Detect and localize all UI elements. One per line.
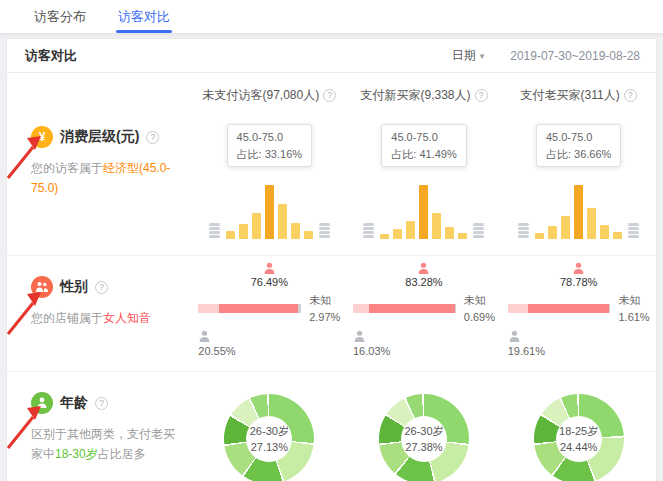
help-icon[interactable]: ? [95,397,108,410]
help-icon[interactable]: ? [475,89,488,102]
coin-stack-icon [319,223,330,239]
male-icon [198,330,211,343]
tooltip-range: 45.0-75.0 [237,129,302,146]
age-chart-new-buyers: 26-30岁 27.38% [347,372,502,481]
visitor-analytics-screen: 访客分布 访客对比 访客对比 日期▾ 2019-07-30~2019-08-28… [0,0,663,481]
tooltip-range: 45.0-75.0 [391,129,456,146]
date-range-value[interactable]: 2019-07-30~2019-08-28 [510,49,640,63]
person-icon [31,392,53,414]
consumption-bar-chart[interactable] [535,183,622,239]
tab-visitor-distribution[interactable]: 访客分布 [18,0,102,33]
tooltip-share: 占比: 33.16% [237,146,302,163]
section-age: 年龄 ? 区别于其他两类，支付老买家中18-30岁占比居多 26-30岁 27.… [7,372,656,481]
female-icon [417,262,430,275]
unknown-label: 未知 [464,292,495,309]
coin-stack-icon [518,223,529,239]
gender-title: 性别 [60,278,88,296]
consumption-title: 消费层级(元) [60,128,139,146]
chevron-down-icon: ▾ [480,51,485,61]
female-icon [263,262,276,275]
unknown-label: 未知 [618,292,649,309]
unknown-label: 未知 [309,292,340,309]
coin-stack-icon [628,223,639,239]
coin-stack-icon [209,223,220,239]
age-highlight: 18-30岁 [55,447,98,461]
bar-tooltip: 45.0-75.0 占比: 41.49% [381,124,466,167]
age-row-label: 年龄 ? 区别于其他两类，支付老买家中18-30岁占比居多 [7,372,192,481]
female-percent: 76.49% [251,276,288,288]
column-header-new-buyers: 支付新买家(9,338人)? [347,81,502,104]
consumption-chart-returning-buyers: 45.0-75.0 占比: 36.66% [501,106,656,239]
top-tab-bar: 访客分布 访客对比 [0,0,663,34]
female-percent: 78.78% [560,276,597,288]
female-icon [572,262,585,275]
column-header-row: 未支付访客(97,080人)? 支付新买家(9,338人)? 支付老买家(311… [7,73,656,106]
gender-highlight: 女人知音 [103,311,151,325]
help-icon[interactable]: ? [95,281,108,294]
female-percent: 83.28% [405,276,442,288]
unknown-percent: 1.61% [618,309,649,326]
age-chart-unpaid: 26-30岁 27.13% [192,372,347,481]
section-gender: 性别 ? 您的店铺属于女人知音 76.49% 未知2.97% [7,256,656,372]
help-icon[interactable]: ? [624,89,637,102]
date-controls: 日期▾ 2019-07-30~2019-08-28 [452,47,640,64]
consumption-row-label: ¥ 消费层级(元) ? 您的访客属于经济型(45.0-75.0) [7,106,192,239]
tab-visitor-comparison[interactable]: 访客对比 [102,0,186,33]
male-percent: 19.61% [508,345,545,357]
donut-hole [556,416,602,462]
gender-description: 您的店铺属于女人知音 [31,308,181,328]
section-consumption-level: ¥ 消费层级(元) ? 您的访客属于经济型(45.0-75.0) 45.0-75… [7,106,656,256]
bar-tooltip: 45.0-75.0 占比: 36.66% [536,124,621,167]
gender-stacked-bar[interactable] [508,304,611,313]
help-icon[interactable]: ? [146,131,159,144]
bar-tooltip: 45.0-75.0 占比: 33.16% [227,124,312,167]
help-icon[interactable]: ? [323,89,336,102]
coin-stack-icon [363,223,374,239]
age-title: 年龄 [60,394,88,412]
people-icon [31,276,53,298]
date-filter-dropdown[interactable]: 日期▾ [452,47,485,64]
donut-hole [401,416,447,462]
column-header-returning-buyers: 支付老买家(311人)? [501,81,656,104]
yen-icon: ¥ [31,126,53,148]
page-title: 访客对比 [25,47,77,65]
age-description: 区别于其他两类，支付老买家中18-30岁占比居多 [31,424,181,465]
coin-stack-icon [473,223,484,239]
consumption-bar-chart[interactable] [226,183,313,239]
male-icon [508,330,521,343]
gender-row-label: 性别 ? 您的店铺属于女人知音 [7,256,192,357]
consumption-chart-new-buyers: 45.0-75.0 占比: 41.49% [347,106,502,239]
consumption-chart-unpaid: 45.0-75.0 占比: 33.16% [192,106,347,239]
tooltip-share: 占比: 41.49% [391,146,456,163]
gender-chart-new-buyers: 83.28% 未知0.69% 16.03% [347,256,502,357]
male-percent: 20.55% [198,345,235,357]
donut-hole [246,416,292,462]
visitor-comparison-card: 访客对比 日期▾ 2019-07-30~2019-08-28 未支付访客(97,… [6,38,657,481]
unknown-percent: 2.97% [309,309,340,326]
unknown-percent: 0.69% [464,309,495,326]
gender-chart-returning-buyers: 78.78% 未知1.61% 19.61% [501,256,656,357]
gender-chart-unpaid: 76.49% 未知2.97% 20.55% [192,256,347,357]
male-percent: 16.03% [353,345,390,357]
gender-stacked-bar[interactable] [198,304,301,313]
male-icon [353,330,366,343]
consumption-description: 您的访客属于经济型(45.0-75.0) [31,158,181,199]
consumption-bar-chart[interactable] [380,183,467,239]
tooltip-share: 占比: 36.66% [546,146,611,163]
card-header: 访客对比 日期▾ 2019-07-30~2019-08-28 [7,39,656,73]
gender-stacked-bar[interactable] [353,304,456,313]
page-background: 访客对比 日期▾ 2019-07-30~2019-08-28 未支付访客(97,… [0,34,663,481]
column-header-unpaid-visitors: 未支付访客(97,080人)? [192,81,347,104]
date-filter-label: 日期 [452,48,476,62]
age-chart-returning-buyers: 18-25岁 24.44% [501,372,656,481]
tooltip-range: 45.0-75.0 [546,129,611,146]
